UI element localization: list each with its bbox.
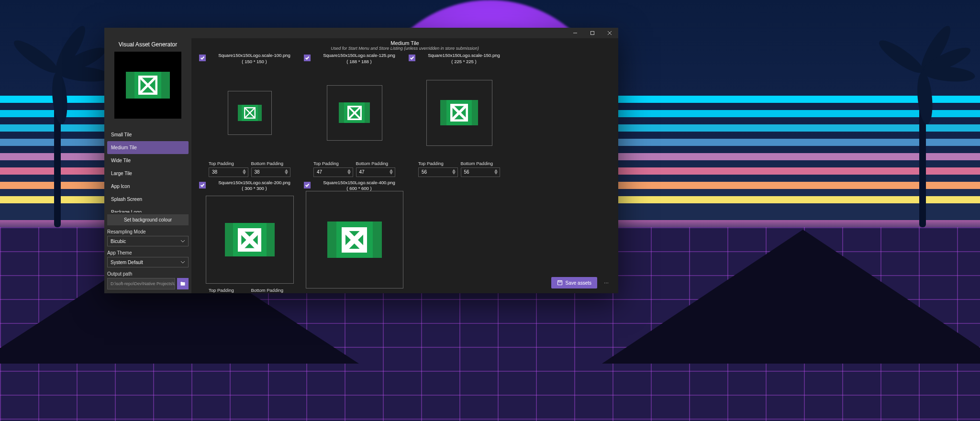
bottom-padding-label: Bottom Padding xyxy=(356,161,396,166)
top-padding-input[interactable]: 56 xyxy=(418,167,458,177)
folder-icon xyxy=(180,281,186,287)
theme-label: App Theme xyxy=(107,250,189,255)
resampling-select[interactable]: Bicubic xyxy=(107,236,189,246)
bottom-padding-input[interactable]: 47 xyxy=(356,167,396,177)
sidebar-item-app-icon[interactable]: App Icon xyxy=(107,180,189,193)
tile-item: Square150x150Logo.scale-150.png ( 225 * … xyxy=(407,53,512,177)
tile-checkbox[interactable] xyxy=(199,55,206,61)
titlebar xyxy=(104,28,618,38)
output-path-label: Output path xyxy=(107,271,189,277)
bottom-padding-input[interactable]: 38 xyxy=(251,167,291,177)
tile-dimensions: ( 150 * 150 ) xyxy=(209,59,300,65)
browse-folder-button[interactable] xyxy=(177,278,189,289)
panel-title: Medium Tile xyxy=(197,40,612,46)
save-icon xyxy=(557,280,563,286)
app-window: Visual Asset Generator Small TileMedium … xyxy=(104,28,618,293)
svg-rect-0 xyxy=(591,32,594,35)
top-padding-label: Top Padding xyxy=(418,161,458,166)
theme-select[interactable]: System Default xyxy=(107,257,189,267)
chevron-down-icon xyxy=(180,239,185,244)
bottom-padding-label: Bottom Padding xyxy=(461,161,501,166)
tile-item: Square150x150Logo.scale-400.png ( 600 * … xyxy=(302,180,407,293)
sidebar-item-splash-screen[interactable]: Splash Screen xyxy=(107,193,189,206)
tile-checkbox[interactable] xyxy=(304,55,311,61)
sidebar-item-medium-tile[interactable]: Medium Tile xyxy=(107,141,189,154)
top-padding-label: Top Padding xyxy=(209,161,248,166)
svg-rect-3 xyxy=(181,282,183,283)
tile-checkbox[interactable] xyxy=(199,182,206,188)
bottom-padding-input[interactable]: 56 xyxy=(461,167,501,177)
tile-filename: Square150x150Logo.scale-100.png xyxy=(209,53,300,59)
tile-filename: Square150x150Logo.scale-200.png xyxy=(209,180,300,186)
tile-preview xyxy=(327,85,382,141)
tile-preview xyxy=(228,91,272,135)
maximize-button[interactable] xyxy=(584,28,601,38)
panel-subtitle: Used for Start Menu and Store Listing (u… xyxy=(197,46,612,51)
close-button[interactable] xyxy=(601,28,618,38)
top-padding-label: Top Padding xyxy=(209,288,248,293)
top-padding-input[interactable]: 38 xyxy=(209,167,248,177)
sidebar-item-package-logo[interactable]: Package Logo xyxy=(107,206,189,212)
main-panel: Medium Tile Used for Start Menu and Stor… xyxy=(191,38,618,293)
tile-dimensions: ( 188 * 188 ) xyxy=(313,59,405,65)
tile-preview xyxy=(206,196,294,284)
sidebar-item-wide-tile[interactable]: Wide Tile xyxy=(107,154,189,167)
output-path-field[interactable]: D:\soft-repo\Dev\Native Projects\UW xyxy=(107,278,175,289)
sidebar: Visual Asset Generator Small TileMedium … xyxy=(104,38,191,293)
tile-dimensions: ( 300 * 300 ) xyxy=(209,186,300,192)
more-button[interactable]: ⋯ xyxy=(600,277,612,288)
top-padding-label: Top Padding xyxy=(313,161,353,166)
sidebar-item-small-tile[interactable]: Small Tile xyxy=(107,128,189,141)
save-assets-button[interactable]: Save assets xyxy=(551,277,597,288)
tile-checkbox[interactable] xyxy=(304,182,311,188)
top-padding-input[interactable]: 47 xyxy=(313,167,353,177)
bottom-padding-label: Bottom Padding xyxy=(251,288,291,293)
tile-filename: Square150x150Logo.scale-150.png xyxy=(418,53,510,59)
set-background-button[interactable]: Set background colour xyxy=(107,214,189,225)
chevron-down-icon xyxy=(180,260,185,265)
tile-item: Square150x150Logo.scale-200.png ( 300 * … xyxy=(197,180,302,293)
tile-dimensions: ( 225 * 225 ) xyxy=(418,59,510,65)
footer-bar: Save assets ⋯ xyxy=(551,277,612,288)
tile-item: Square150x150Logo.scale-100.png ( 150 * … xyxy=(197,53,302,177)
tile-checkbox[interactable] xyxy=(409,55,415,61)
tile-filename: Square150x150Logo.scale-400.png xyxy=(313,180,405,186)
tile-filename: Square150x150Logo.scale-125.png xyxy=(313,53,405,59)
svg-rect-10 xyxy=(558,281,561,282)
sidebar-item-large-tile[interactable]: Large Tile xyxy=(107,167,189,180)
tile-item: Square150x150Logo.scale-125.png ( 188 * … xyxy=(302,53,407,177)
tile-preview xyxy=(306,191,403,288)
tile-type-nav: Small TileMedium TileWide TileLarge Tile… xyxy=(107,128,189,212)
source-preview xyxy=(114,52,181,119)
resampling-label: Resampling Mode xyxy=(107,229,189,234)
svg-rect-9 xyxy=(557,281,562,285)
minimize-button[interactable] xyxy=(567,28,584,38)
tile-preview xyxy=(426,80,492,146)
bottom-padding-label: Bottom Padding xyxy=(251,161,291,166)
app-title: Visual Asset Generator xyxy=(107,38,189,52)
